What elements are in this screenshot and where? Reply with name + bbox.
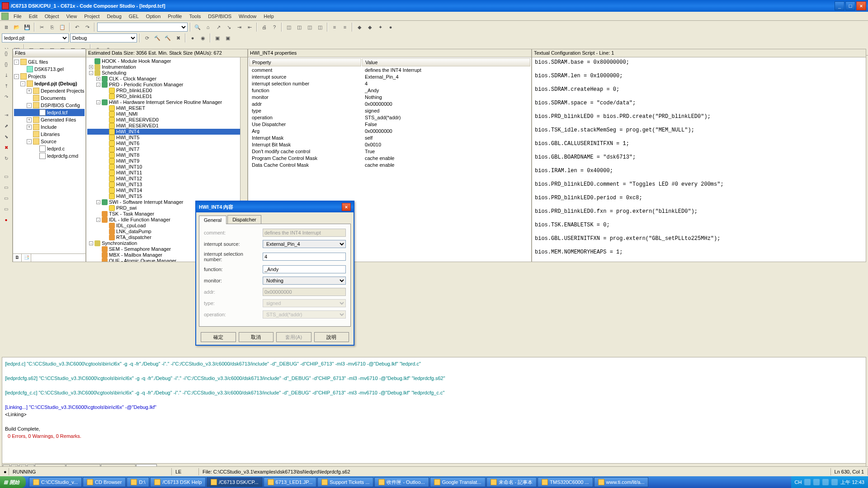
tb-btn-18[interactable]: ▣: [223, 33, 232, 42]
config-item[interactable]: HWI_INT6: [87, 141, 246, 146]
task-button[interactable]: /C6713 DSK/CP...: [207, 477, 262, 487]
config-item[interactable]: HWI_INT4: [87, 129, 246, 135]
config-item[interactable]: HWI_INT8: [87, 152, 246, 158]
files-tree[interactable]: -GEL filesDSK6713.gel-Projects-ledprd.pj…: [13, 57, 85, 253]
task-button[interactable]: TMS320C6000 ...: [538, 477, 593, 487]
file-item[interactable]: ledprd.tcf: [14, 109, 85, 116]
file-item[interactable]: ledprd.c: [14, 145, 85, 152]
sb-btn-9[interactable]: ✖: [2, 145, 10, 153]
property-row[interactable]: typesigned: [249, 108, 530, 114]
config-item[interactable]: PRD_blinkLED1: [87, 94, 246, 99]
task-button[interactable]: D:\: [127, 477, 149, 487]
lang-indicator[interactable]: CH: [795, 479, 802, 485]
menu-view[interactable]: View: [63, 13, 81, 20]
tab-general[interactable]: General: [199, 216, 226, 224]
menu-window[interactable]: Window: [235, 13, 260, 20]
clock[interactable]: 上午 12:43: [840, 479, 864, 486]
output-body[interactable]: [ledprd.c] "C:\CCStudio_v3.3\C6000\cgtoo…: [2, 357, 866, 463]
sb-btn-13[interactable]: ▭: [2, 195, 10, 203]
property-row[interactable]: Use DispatcherFalse: [249, 122, 530, 127]
tray-icon-3[interactable]: [822, 479, 829, 485]
sb-btn-11[interactable]: ▭: [2, 174, 10, 182]
cancel-button[interactable]: 取消: [239, 332, 274, 342]
tb-btn-7[interactable]: ◫: [295, 23, 304, 32]
task-button[interactable]: 未命名 - 記事本: [486, 477, 537, 487]
menu-edit[interactable]: Edit: [25, 13, 41, 20]
config-item[interactable]: +Instrumentation: [87, 64, 246, 70]
file-item[interactable]: ledprdcfg.cmd: [14, 152, 85, 160]
select-interrupt-source[interactable]: External_Pin_4: [263, 240, 346, 248]
menu-gel[interactable]: GEL: [125, 13, 142, 20]
file-item[interactable]: -Projects: [14, 73, 85, 80]
menu-file[interactable]: File: [10, 13, 25, 20]
col-value[interactable]: Value: [362, 58, 530, 66]
menu-dspbios[interactable]: DSP/BIOS: [204, 13, 235, 20]
tray-icon-2[interactable]: [813, 479, 820, 485]
refresh-button[interactable]: ⟳: [142, 33, 151, 42]
tray-icon-1[interactable]: [804, 479, 811, 485]
tb-btn-13[interactable]: ◆: [365, 23, 374, 32]
config-combo[interactable]: [97, 23, 188, 32]
sb-btn-14[interactable]: ▭: [2, 206, 10, 214]
config-item[interactable]: HWI_INT13: [87, 182, 246, 188]
task-button[interactable]: Support Tickets ...: [317, 477, 373, 487]
tb-btn-9[interactable]: ◫: [316, 23, 325, 32]
breakpoint-button[interactable]: ●: [188, 33, 197, 42]
col-property[interactable]: Property: [249, 58, 361, 66]
config-item[interactable]: HWI_RESET: [87, 105, 246, 111]
task-button[interactable]: C:\CCStudio_v...: [29, 477, 82, 487]
tb-btn-11[interactable]: ≡: [340, 23, 349, 32]
menu-option[interactable]: Option: [142, 13, 164, 20]
select-monitor[interactable]: Nothing: [263, 277, 346, 285]
config-item[interactable]: -PRD - Periodic Function Manager: [87, 82, 246, 88]
task-button[interactable]: /C6713 DSK Help: [150, 477, 206, 487]
undo-button[interactable]: ↶: [72, 23, 81, 32]
menu-project[interactable]: Project: [80, 13, 103, 20]
tb-btn-8[interactable]: ◫: [305, 23, 314, 32]
tray-icon-4[interactable]: [831, 479, 838, 485]
config-item[interactable]: HWI_INT14: [87, 188, 246, 193]
tab-dispatcher[interactable]: Dispatcher: [227, 215, 261, 224]
tb-btn-12[interactable]: ◆: [355, 23, 364, 32]
tb-btn-5[interactable]: ⇤: [245, 23, 254, 32]
build-button[interactable]: 🔨: [153, 33, 162, 42]
file-item[interactable]: +Dependent Projects: [14, 87, 85, 94]
ok-button[interactable]: 確定: [201, 332, 236, 342]
config-item[interactable]: HWI_NMI: [87, 111, 246, 117]
task-button[interactable]: CD Browser: [83, 477, 126, 487]
file-item[interactable]: -GEL files: [14, 58, 85, 66]
file-item[interactable]: Libraries: [14, 131, 85, 138]
open-button[interactable]: 📂: [12, 23, 21, 32]
file-item[interactable]: +Include: [14, 123, 85, 131]
dialog-titlebar[interactable]: HWI_INT4 內容 ×: [196, 202, 354, 212]
script-body[interactable]: bios.SDRAM.base = 0x80000000; bios.SDRAM…: [532, 57, 866, 262]
input-function[interactable]: [263, 265, 346, 273]
file-item[interactable]: Documents: [14, 94, 85, 102]
tb-btn-2[interactable]: ↗: [214, 23, 223, 32]
task-button[interactable]: 6713_LED1.JP...: [264, 477, 317, 487]
system-tray[interactable]: CH 上午 12:43: [791, 476, 868, 488]
property-row[interactable]: Don't modify cache controlTrue: [249, 149, 530, 155]
input-isel[interactable]: [263, 253, 346, 261]
sb-btn-8[interactable]: ⬊: [2, 134, 10, 142]
tb-btn-16[interactable]: ◉: [198, 33, 208, 42]
sb-btn-15[interactable]: ●: [2, 217, 10, 225]
config-item[interactable]: HWI_INT7: [87, 146, 246, 152]
property-row[interactable]: Program Cache Control Maskcache enable: [249, 155, 530, 161]
sb-btn-6[interactable]: ⇥: [2, 112, 10, 120]
tb-btn-10[interactable]: ≡: [330, 23, 339, 32]
config-item[interactable]: HWI_INT12: [87, 176, 246, 182]
file-item[interactable]: -DSP/BIOS Config: [14, 102, 85, 109]
help-button[interactable]: 說明: [314, 332, 349, 342]
property-row[interactable]: interrupt selection number4: [249, 81, 530, 87]
sb-btn-4[interactable]: ⤒: [2, 83, 10, 91]
tb-btn-15[interactable]: ●: [386, 23, 395, 32]
property-row[interactable]: monitorNothing: [249, 94, 530, 100]
files-tab-1[interactable]: 🗎: [13, 254, 22, 262]
config-item[interactable]: HWI_RESERVED0: [87, 117, 246, 123]
sb-btn-12[interactable]: ▭: [2, 184, 10, 192]
task-button[interactable]: Google Translat...: [430, 477, 486, 487]
config-item[interactable]: HWI_RESERVED1: [87, 123, 246, 129]
config-item[interactable]: HWI_INT11: [87, 170, 246, 176]
maximize-button[interactable]: □: [845, 1, 855, 10]
